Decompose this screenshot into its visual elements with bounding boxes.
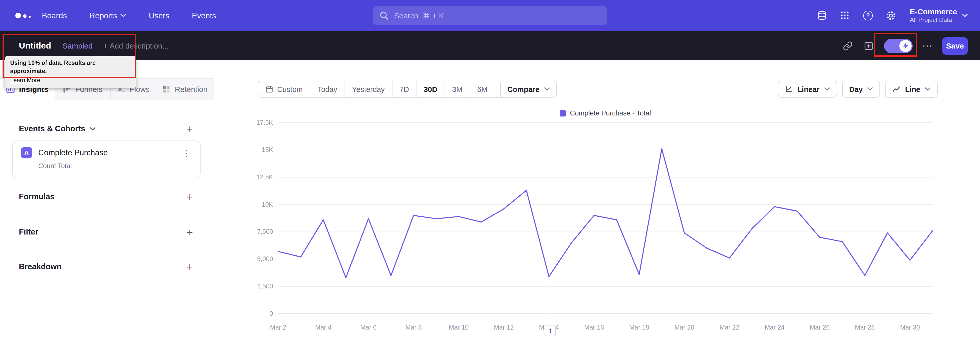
add-filter-button[interactable]: + — [186, 227, 193, 237]
sampling-toggle[interactable] — [884, 38, 913, 53]
add-breakdown-button[interactable]: + — [186, 261, 193, 272]
svg-text:Mar 30: Mar 30 — [900, 324, 920, 331]
svg-text:Mar 18: Mar 18 — [629, 324, 649, 331]
report-header: Untitled Sampled + Add description... ⋯ … — [0, 31, 980, 60]
event-card-row: A Complete Purchase ⋮ — [21, 147, 193, 158]
svg-text:0: 0 — [269, 310, 273, 317]
svg-text:17.5K: 17.5K — [256, 119, 273, 126]
chart-canvas: 02,5005,0007,50010K12.5K15K17.5KMar 2Mar… — [215, 60, 980, 339]
filter-section: Filter + — [0, 226, 214, 238]
svg-text:Mar 24: Mar 24 — [765, 324, 784, 331]
nav-label: Reports — [89, 11, 117, 20]
events-cohorts-header[interactable]: Events & Cohorts — [19, 124, 95, 133]
nav-item-events[interactable]: Events — [192, 11, 216, 20]
pagination: 1 — [545, 325, 556, 336]
nav-label: Events — [192, 11, 216, 20]
nav-label: Boards — [42, 11, 67, 20]
global-search[interactable] — [372, 6, 608, 25]
project-scope: All Project Data — [910, 17, 957, 24]
tab-label: Retention — [175, 85, 207, 93]
section-label: Formulas — [19, 192, 55, 201]
report-title[interactable]: Untitled — [19, 41, 51, 51]
svg-text:Mar 2: Mar 2 — [270, 324, 286, 331]
section-label: Events & Cohorts — [19, 124, 85, 133]
search-icon — [380, 11, 388, 20]
breakdown-header: Breakdown — [19, 262, 62, 271]
help-glyph: ? — [866, 12, 870, 19]
tooltip-text: Using 10% of data. Results are approxima… — [10, 59, 130, 75]
formulas-header: Formulas — [19, 192, 55, 201]
chevron-down-icon — [121, 14, 126, 18]
svg-text:7,500: 7,500 — [257, 228, 273, 235]
tab-retention[interactable]: Retention — [156, 79, 214, 100]
mixpanel-logo-icon[interactable] — [15, 13, 34, 18]
more-options-button[interactable]: ⋯ — [922, 40, 932, 51]
add-formula-button[interactable]: + — [186, 191, 193, 202]
nav-item-users[interactable]: Users — [149, 11, 169, 20]
filter-header: Filter — [19, 227, 38, 237]
svg-text:12.5K: 12.5K — [256, 173, 273, 181]
primary-nav: Boards Reports Users Events — [42, 11, 216, 20]
project-info: E-Commerce All Project Data — [910, 7, 957, 24]
apps-grid-icon[interactable] — [839, 10, 851, 22]
project-name: E-Commerce — [910, 7, 957, 17]
svg-text:Mar 8: Mar 8 — [406, 324, 422, 331]
svg-text:Mar 26: Mar 26 — [810, 324, 830, 331]
event-metric[interactable]: Count Total — [38, 162, 193, 170]
svg-text:Mar 22: Mar 22 — [719, 324, 739, 331]
event-card[interactable]: A Complete Purchase ⋮ Count Total — [12, 141, 200, 178]
events-cohorts-section: Events & Cohorts + — [0, 123, 214, 135]
breakdown-section: Breakdown + — [0, 261, 214, 273]
report-actions: ⋯ Save — [842, 37, 968, 54]
sidebar: Insights Funnels Flows Retention Events … — [0, 60, 215, 339]
lightning-bolt-icon — [902, 42, 908, 49]
share-link-icon[interactable] — [842, 40, 853, 51]
kebab-menu-icon[interactable]: ⋮ — [181, 148, 193, 158]
project-selector[interactable]: E-Commerce All Project Data — [910, 7, 968, 24]
sampling-tooltip: Using 10% of data. Results are approxima… — [5, 56, 136, 88]
search-input[interactable] — [394, 11, 600, 20]
data-management-icon[interactable] — [816, 10, 828, 22]
chevron-down-icon — [962, 14, 968, 18]
add-description[interactable]: + Add description... — [103, 42, 169, 50]
toggle-knob — [899, 40, 912, 52]
chevron-down-icon — [90, 127, 95, 131]
svg-text:Mar 16: Mar 16 — [584, 324, 604, 331]
learn-more-link[interactable]: Learn More — [10, 77, 40, 83]
svg-text:5,000: 5,000 — [257, 255, 273, 262]
formulas-section: Formulas + — [0, 190, 214, 203]
nav-item-reports[interactable]: Reports — [89, 11, 126, 20]
top-navigation: Boards Reports Users Events ? — [0, 0, 980, 31]
sampled-badge[interactable]: Sampled — [62, 42, 93, 50]
settings-gear-icon[interactable] — [885, 10, 897, 22]
event-letter-badge: A — [21, 147, 32, 158]
retention-icon — [162, 85, 171, 93]
svg-text:2,500: 2,500 — [257, 283, 273, 290]
svg-text:Mar 28: Mar 28 — [855, 324, 875, 331]
svg-text:Mar 6: Mar 6 — [360, 324, 377, 331]
nav-label: Users — [149, 11, 169, 20]
section-label: Filter — [19, 227, 38, 237]
section-label: Breakdown — [19, 262, 62, 271]
app-window: Boards Reports Users Events ? — [0, 0, 980, 339]
event-name: Complete Purchase — [38, 148, 108, 157]
svg-text:Mar 20: Mar 20 — [675, 324, 694, 331]
save-button[interactable]: Save — [942, 37, 968, 54]
help-icon[interactable]: ? — [862, 10, 874, 22]
svg-text:Mar 12: Mar 12 — [494, 324, 514, 331]
add-event-button[interactable]: + — [186, 123, 193, 134]
svg-text:10K: 10K — [262, 201, 273, 208]
nav-item-boards[interactable]: Boards — [42, 11, 67, 20]
svg-text:15K: 15K — [262, 146, 273, 153]
svg-text:Mar 10: Mar 10 — [449, 324, 469, 331]
add-to-board-icon[interactable] — [863, 40, 874, 51]
svg-text:Mar 4: Mar 4 — [315, 324, 331, 331]
chart-panel: Custom Today Yesterday 7D 30D 3M 6M 12M … — [215, 60, 980, 339]
page-number[interactable]: 1 — [545, 325, 556, 336]
nav-right-cluster: ? E-Commerce All Project Data — [816, 7, 968, 24]
